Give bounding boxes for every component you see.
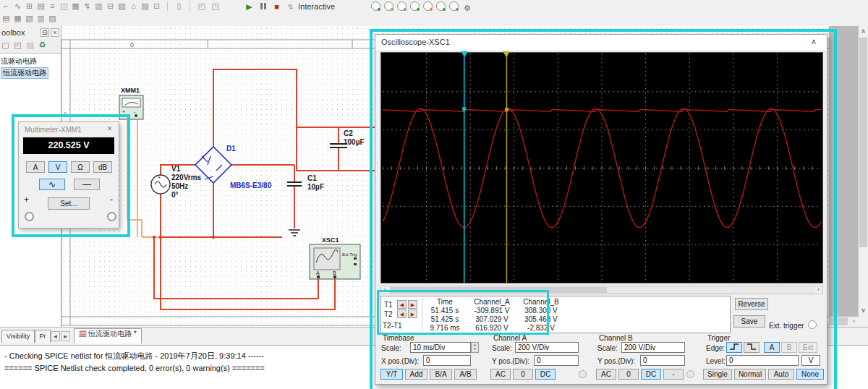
channel-b-zero-button[interactable]: 0 [618,369,639,380]
channel-a-scale-input[interactable]: 200 V/Div [515,342,579,353]
collapse-icon[interactable]: ∧ [811,37,817,46]
ab-mode-button[interactable]: A/B [454,369,477,380]
toolbar-icon[interactable]: ▨ [140,1,150,12]
positive-terminal[interactable] [25,212,34,221]
timebase-xpos-input[interactable]: 0 [423,355,471,366]
channel-b-ypos-input[interactable]: 0 [640,355,685,366]
v1-refdes[interactable]: V1 [171,165,181,173]
wire[interactable] [154,69,402,309]
c1-refdes[interactable]: C1 [307,174,317,182]
design-tab[interactable]: ▦ 恒流驱动电路 * [74,328,142,343]
delete-icon[interactable]: ▯ [174,1,184,12]
t2-left-arrow-button[interactable]: ◀ [397,309,407,318]
stop-simulation-button[interactable]: ■ [271,1,282,12]
negative-terminal[interactable] [107,212,116,221]
toolbar-icon[interactable]: ▦ [12,13,23,24]
set-button[interactable]: Set... [48,197,90,210]
run-simulation-button[interactable]: ▶ [244,1,255,12]
scroll-right-icon[interactable]: › [849,317,859,326]
toolbar-icon[interactable]: ▧ [24,13,35,24]
toolbar-icon[interactable]: ▨ [47,13,58,24]
timebase-spinner[interactable]: ▲ ▼ [471,342,479,353]
toolbar-icon[interactable]: ▧ [116,1,127,12]
trigger-ext-button[interactable]: Ext [799,342,817,353]
pause-simulation-button[interactable] [258,1,268,12]
ba-mode-button[interactable]: B/A [430,369,452,380]
toolbar-icon[interactable]: ◫ [59,1,69,12]
scope-scrollbar[interactable]: ‹ › [380,286,823,294]
reverse-button[interactable]: Reverse [735,298,768,310]
toolbar-icon[interactable]: ≡ [47,1,58,12]
mode-volt-button[interactable]: V [48,161,67,173]
channel-a-ac-button[interactable]: AC [490,369,511,380]
t1-left-arrow-button[interactable]: ◀ [397,300,407,309]
tab-project[interactable]: Pr [35,330,51,343]
mode-ohm-button[interactable]: Ω [71,161,90,173]
save-icon[interactable]: ▨ [25,40,35,51]
scroll-right-icon[interactable]: › [814,286,822,294]
project-tree-item-selected[interactable]: 恒流驱动电路 [1,67,48,79]
oscilloscope-window[interactable]: Oscilloscope-XSC1 ∧ ‹ › T1 ◀ ▶ T2 ◀ ▶ T2… [375,34,827,385]
dc-mode-button[interactable]: — [74,179,100,190]
toolbar-icon[interactable]: ▥ [93,1,104,12]
rising-edge-button[interactable] [726,342,742,353]
trigger-none-button[interactable]: None [796,369,824,380]
voltage-probe-icon[interactable] [371,1,380,11]
toolbar-icon[interactable]: ◰ [196,1,207,12]
trigger-channel-b-button[interactable]: B [781,342,797,353]
toolbar-icon[interactable]: ⌐ [1,1,12,12]
add-mode-button[interactable]: Add [405,369,427,380]
wire[interactable] [127,119,282,237]
refresh-icon[interactable]: ♻ [38,40,47,51]
scroll-up-icon[interactable]: ∧ [859,27,868,36]
toolbar-icon[interactable]: ∿ [12,1,23,12]
multimeter-dialog[interactable]: Multimeter-XMM1 × 220.525 V A V Ω dB ∿ —… [18,121,119,228]
toolbar-icon[interactable]: ▦ [70,1,81,12]
ext-trigger-terminal[interactable] [808,320,817,329]
d1-refdes[interactable]: D1 [226,145,236,153]
channel-a-dc-button[interactable]: DC [535,369,556,380]
tab-scroll-left-icon[interactable]: ◂ [51,331,60,341]
trigger-level-input[interactable]: 0 [726,355,799,366]
diff-voltage-probe-icon[interactable] [410,1,420,11]
xmm1-refdes[interactable]: XMM1 [121,87,140,94]
toolbox-close-button[interactable]: × [51,28,59,37]
mode-ampere-button[interactable]: A [26,161,45,173]
toolbar-icon[interactable]: ▥ [35,13,46,24]
channel-b-minus-button[interactable]: - [663,369,684,380]
interactive-mode-dropdown[interactable]: Interactive [298,2,335,11]
close-icon[interactable]: × [107,124,112,134]
cursor-t2-handle[interactable] [503,51,510,57]
trigger-auto-button[interactable]: Auto [768,369,794,380]
toolbar-icon[interactable]: ↯ [82,1,93,12]
channel-b-scale-input[interactable]: 200 V/Div [621,342,685,353]
multimeter-instrument-icon[interactable]: + - [119,95,143,119]
timebase-scale-input[interactable]: 10 ms/Div [410,342,471,353]
toolbar-icon[interactable]: ⊡ [151,1,162,12]
channel-a-ypos-input[interactable]: 0 [534,355,579,366]
scroll-down-icon[interactable]: ∨ [859,307,868,315]
toolbar-icon[interactable]: ◳ [210,1,221,12]
power-probe-icon[interactable] [397,1,407,11]
ground-symbol[interactable] [289,230,300,236]
trigger-single-button[interactable]: Single [703,369,732,380]
scroll-left-icon[interactable]: ‹ [381,286,389,294]
channel-b-dc-button[interactable]: DC [641,369,661,380]
scrollbar-thumb[interactable] [829,317,848,325]
xsc1-refdes[interactable]: XSC1 [322,236,339,244]
mode-db-button[interactable]: dB [93,161,112,173]
open-folder-icon[interactable]: ◰ [13,40,22,51]
cursor-t1-handle[interactable] [461,51,468,57]
toolbar-icon[interactable]: ⌂ [128,1,139,12]
falling-edge-button[interactable] [744,342,760,353]
toolbar-icon[interactable]: ▤ [1,13,12,24]
channel-a-zero-button[interactable]: 0 [513,369,533,380]
trigger-normal-button[interactable]: Normal [734,369,766,380]
toolbar-icon[interactable]: ⊟ [105,1,116,12]
ac-mode-button[interactable]: ∿ [39,179,65,190]
t2-right-arrow-button[interactable]: ▶ [408,309,417,318]
ac-source-symbol[interactable]: + [151,175,170,194]
project-tree-item[interactable]: 流驱动电路 [1,56,37,67]
toolbar-icon[interactable]: ⊞ [24,1,35,12]
scrollbar-thumb[interactable] [390,287,607,293]
